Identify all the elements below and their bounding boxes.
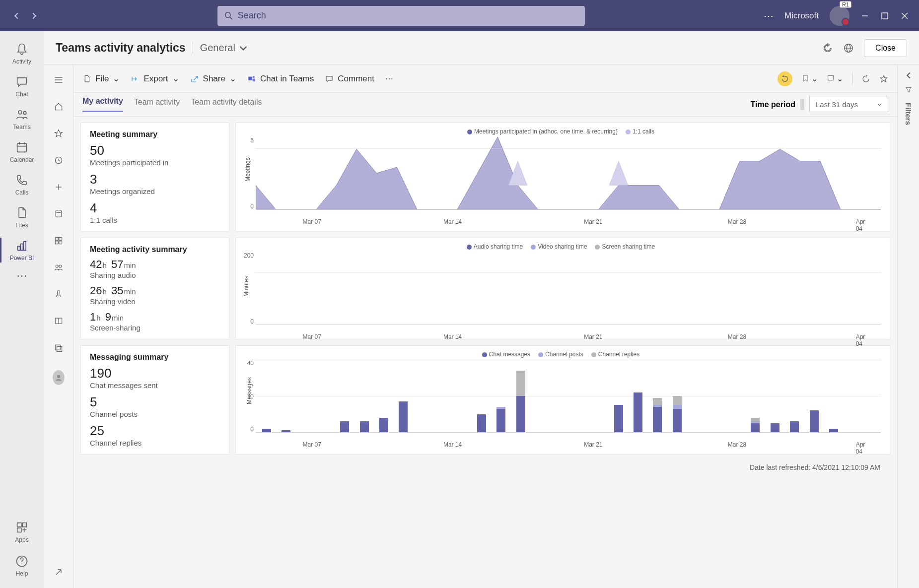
bookmark-icon[interactable]: ⌄: [801, 74, 818, 83]
svg-point-41: [252, 76, 255, 78]
rail-powerbi[interactable]: Power BI: [0, 234, 44, 266]
rail-activity[interactable]: Activity: [0, 37, 44, 70]
titlebar: ⋯ Microsoft R1: [0, 0, 919, 31]
chevron-down-icon: [239, 44, 247, 52]
page-title: Teams activity analytics: [56, 41, 186, 55]
svg-rect-3: [882, 13, 888, 19]
reset-icon[interactable]: [778, 71, 792, 86]
rail-more[interactable]: ⋯: [0, 266, 44, 285]
svg-rect-32: [59, 237, 62, 240]
svg-point-6: [18, 111, 22, 114]
bell-icon: [15, 42, 29, 56]
meetings-chart: Meetings participated in (adhoc, one tim…: [235, 123, 890, 232]
ellipsis-icon: ⋯: [16, 269, 27, 282]
tab-my-activity[interactable]: My activity: [82, 97, 123, 112]
toolbar-more[interactable]: ⋯: [385, 74, 393, 83]
svg-rect-16: [22, 523, 26, 527]
search-input[interactable]: [238, 10, 578, 21]
collapse-icon[interactable]: [905, 72, 912, 79]
learn-icon[interactable]: [53, 315, 65, 327]
svg-rect-38: [57, 347, 62, 352]
svg-rect-17: [17, 528, 21, 532]
report-toolbar: File⌄ Export⌄ Share⌄ Chat in Teams Comme…: [73, 65, 897, 93]
rail-apps[interactable]: Apps: [15, 519, 29, 545]
forward-button[interactable]: [30, 12, 38, 20]
expand-icon[interactable]: [53, 566, 65, 578]
svg-rect-15: [17, 523, 21, 527]
activity-summary-card: Meeting activity summary 42h 57min Shari…: [80, 238, 229, 339]
back-button[interactable]: [12, 12, 20, 20]
refresh2-icon[interactable]: [861, 74, 870, 83]
create-icon[interactable]: [53, 181, 65, 193]
svg-point-7: [23, 112, 26, 115]
more-icon[interactable]: ⋯: [764, 10, 774, 22]
page-icon: [82, 74, 91, 83]
svg-rect-37: [55, 345, 60, 350]
org-label: Microsoft: [784, 11, 819, 21]
apps-icon[interactable]: [53, 261, 65, 273]
channel-picker[interactable]: General: [193, 42, 247, 54]
my-workspace-icon[interactable]: [53, 372, 65, 384]
time-period-label: Time period: [751, 100, 795, 109]
time-period-select[interactable]: Last 31 days: [809, 97, 888, 112]
share-menu[interactable]: Share⌄: [190, 73, 236, 84]
avatar-badge: R1: [840, 1, 851, 8]
app-rail: Activity Chat Teams Calendar Calls Files…: [0, 31, 44, 588]
deployment-icon[interactable]: [53, 288, 65, 300]
rail-chat[interactable]: Chat: [0, 70, 44, 103]
svg-point-30: [56, 210, 62, 213]
svg-point-35: [56, 265, 58, 267]
export-menu[interactable]: Export⌄: [131, 73, 179, 84]
rail-files[interactable]: Files: [0, 201, 44, 234]
powerbi-icon: [15, 239, 29, 253]
report-area: File⌄ Export⌄ Share⌄ Chat in Teams Comme…: [73, 65, 897, 588]
chat-teams-button[interactable]: Chat in Teams: [247, 74, 314, 84]
view-icon[interactable]: ⌄: [827, 74, 843, 83]
svg-rect-14: [24, 242, 26, 251]
rail-teams[interactable]: Teams: [0, 103, 44, 135]
last-refreshed: Date last refreshed: 4/6/2021 12:10:09 A…: [80, 460, 890, 474]
rail-calendar[interactable]: Calendar: [0, 135, 44, 168]
phone-icon: [15, 173, 29, 187]
svg-rect-13: [21, 244, 23, 251]
svg-rect-43: [828, 75, 834, 80]
svg-point-36: [59, 265, 61, 267]
home-icon[interactable]: [53, 101, 65, 113]
dashboard: Meeting summary 50 Meetings participated…: [73, 117, 897, 588]
messaging-summary-card: Messaging summary 190 Chat messages sent…: [80, 345, 229, 455]
search-box[interactable]: [217, 6, 585, 26]
file-icon: [15, 206, 29, 220]
close-panel-button[interactable]: Close: [864, 39, 907, 57]
recent-icon[interactable]: [53, 154, 65, 166]
minimize-button[interactable]: [860, 11, 869, 20]
workspaces-icon[interactable]: [53, 342, 65, 354]
rail-help[interactable]: Help: [15, 552, 29, 579]
svg-rect-8: [17, 143, 27, 152]
goals-icon[interactable]: [53, 235, 65, 247]
favorites-icon[interactable]: [53, 128, 65, 139]
filters-pane: Filters: [897, 65, 919, 588]
filter-icon[interactable]: [905, 86, 913, 94]
avatar[interactable]: R1: [830, 6, 849, 26]
minutes-chart: Audio sharing time Video sharing time Sc…: [235, 238, 890, 339]
file-menu[interactable]: File⌄: [82, 73, 120, 84]
refresh-icon[interactable]: [822, 43, 833, 54]
share-icon: [190, 74, 199, 83]
hamburger-icon[interactable]: [53, 74, 65, 86]
export-icon: [131, 74, 140, 83]
globe-icon[interactable]: [843, 43, 854, 54]
tab-team-activity[interactable]: Team activity: [134, 98, 180, 112]
close-button[interactable]: [900, 11, 909, 20]
svg-rect-31: [55, 237, 58, 240]
tabs-row: My activity Team activity Team activity …: [73, 93, 897, 117]
teams-chat-icon: [247, 74, 256, 83]
star-icon[interactable]: [879, 74, 888, 83]
maximize-button[interactable]: [880, 11, 889, 20]
comment-button[interactable]: Comment: [325, 74, 374, 84]
tab-team-details[interactable]: Team activity details: [191, 98, 262, 112]
rail-calls[interactable]: Calls: [0, 168, 44, 201]
messages-chart: Chat messages Channel posts Channel repl…: [235, 345, 890, 455]
meeting-summary-card: Meeting summary 50 Meetings participated…: [80, 123, 229, 232]
svg-point-39: [57, 375, 60, 378]
datasets-icon[interactable]: [53, 208, 65, 220]
